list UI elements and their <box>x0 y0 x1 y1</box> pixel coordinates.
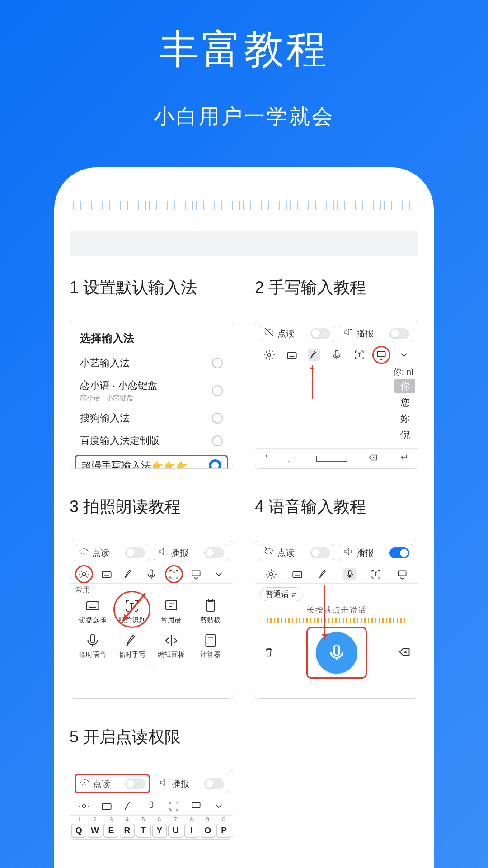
panel-more-indicator: ··· <box>70 662 233 669</box>
radio-selected-icon <box>209 459 221 469</box>
ime-option[interactable]: 小艺输入法 <box>70 352 233 374</box>
handwriting-icon[interactable] <box>122 568 135 580</box>
toggle-label: 播报 <box>357 328 374 340</box>
keyboard-icon[interactable] <box>100 800 113 812</box>
handwriting-icon[interactable] <box>317 568 330 580</box>
panel-item-label: 剪贴板 <box>200 616 221 624</box>
step-2: 2 手写输入教程 点读 播报 <box>255 277 418 469</box>
panel-item-clipboard[interactable]: 剪贴板 <box>191 598 230 624</box>
svg-rect-24 <box>192 802 200 807</box>
symbol-key[interactable]: ' <box>265 454 267 463</box>
header-placeholder <box>70 231 418 256</box>
settings-icon[interactable] <box>265 568 277 580</box>
panel-item-label: 常用语 <box>161 616 181 624</box>
ocr-icon[interactable] <box>168 568 180 580</box>
switch-icon <box>310 328 330 339</box>
key[interactable]: Q <box>71 824 86 837</box>
panel-item-photo-ocr[interactable]: 照片识别 <box>112 598 151 624</box>
microphone-icon[interactable] <box>145 800 158 812</box>
read-aloud-toggle-highlighted[interactable]: 点读 <box>75 774 150 793</box>
chevron-down-icon[interactable] <box>212 568 225 580</box>
ime-option-label: 百度输入法定制版 <box>80 434 160 448</box>
ocr-icon[interactable] <box>370 568 382 580</box>
candidate-item[interactable]: 您 <box>394 395 415 410</box>
microphone-icon[interactable] <box>343 568 356 580</box>
quick-panel-group-label: 常用 <box>70 584 233 595</box>
key[interactable]: R <box>120 824 135 837</box>
toggle-label: 播报 <box>172 778 189 790</box>
ime-option[interactable]: 百度输入法定制版 <box>70 429 233 452</box>
candidate-item[interactable]: 你 <box>394 379 415 393</box>
photo-read-card: 点读 播报 <box>70 540 233 699</box>
key[interactable]: W <box>88 824 103 837</box>
chevron-down-icon[interactable] <box>398 349 410 361</box>
panel-item-edit-panel[interactable]: 编辑面板 <box>151 632 191 659</box>
ime-option[interactable]: 搜狗输入法 <box>70 407 233 429</box>
svg-point-0 <box>268 354 271 357</box>
handwriting-area[interactable]: 你: nǐ 你 您 妳 倪 <box>255 364 418 446</box>
panel-item-calculator[interactable]: 计算器 <box>191 632 230 659</box>
read-aloud-toggle[interactable]: 点读 <box>260 325 334 342</box>
key[interactable]: I <box>184 824 199 837</box>
pointing-hand-icon: 👉 <box>176 460 188 469</box>
microphone-icon[interactable] <box>145 568 158 580</box>
broadcast-toggle[interactable]: 播报 <box>155 774 228 793</box>
settings-icon[interactable] <box>263 349 276 361</box>
key[interactable]: T <box>136 824 151 837</box>
key[interactable]: E <box>103 824 118 837</box>
ime-option-highlighted[interactable]: 超强手写输入法 👉 👉 👉 <box>75 455 228 469</box>
broadcast-toggle[interactable]: 播报 <box>154 544 228 561</box>
svg-rect-1 <box>287 353 296 359</box>
keyboard-icon[interactable] <box>286 349 298 361</box>
step-3-title: 3 拍照朗读教程 <box>70 496 233 518</box>
collapse-keyboard-icon[interactable] <box>396 568 408 580</box>
svg-rect-2 <box>335 350 338 356</box>
backspace-icon[interactable] <box>398 646 411 660</box>
svg-rect-15 <box>206 635 215 647</box>
backspace-icon[interactable] <box>368 453 378 465</box>
chevron-down-icon[interactable] <box>212 800 225 812</box>
toggle-label: 点读 <box>277 328 295 340</box>
key[interactable]: O <box>201 824 216 837</box>
delete-icon[interactable] <box>263 646 275 660</box>
handwriting-icon[interactable] <box>122 800 135 812</box>
collapse-keyboard-icon[interactable] <box>190 568 202 580</box>
key[interactable]: Y <box>152 824 167 837</box>
read-aloud-toggle[interactable]: 点读 <box>75 544 149 561</box>
collapse-keyboard-icon[interactable] <box>190 800 202 812</box>
handwriting-card: 点读 播报 <box>255 321 418 469</box>
candidate-item[interactable]: 妳 <box>394 411 415 426</box>
keyboard-icon[interactable] <box>291 568 304 580</box>
ime-option[interactable]: 恋小语 · 小恋键盘 恋小语 · 小恋键盘 <box>70 374 233 407</box>
microphone-icon[interactable] <box>330 349 343 361</box>
enter-icon[interactable] <box>398 453 408 465</box>
ocr-icon[interactable] <box>353 349 366 361</box>
keyboard-icon[interactable] <box>100 568 113 580</box>
panel-item-keyboard-select[interactable]: 键盘选择 <box>73 598 112 624</box>
read-aloud-toggle[interactable]: 点读 <box>260 544 334 561</box>
broadcast-toggle[interactable]: 播报 <box>339 325 413 342</box>
step-5: 5 开启点读权限 点读 播报 <box>70 726 418 840</box>
svg-point-16 <box>270 573 273 576</box>
eye-off-icon <box>80 777 90 790</box>
collapse-keyboard-icon[interactable] <box>375 349 388 361</box>
ocr-icon[interactable] <box>168 800 180 812</box>
symbol-key[interactable]: 。 <box>287 453 296 464</box>
ime-option-label: 搜狗输入法 <box>80 411 130 425</box>
language-pill[interactable]: 普通话 <box>260 587 303 601</box>
voice-tip: 长按或点击说话 <box>255 605 418 615</box>
panel-item-phrases[interactable]: 常用语 <box>151 598 191 624</box>
broadcast-toggle[interactable]: 播报 <box>339 544 413 561</box>
key[interactable]: P <box>216 824 231 837</box>
candidate-item[interactable]: 倪 <box>394 428 415 442</box>
settings-icon[interactable] <box>78 800 90 812</box>
space-key[interactable] <box>316 456 347 462</box>
handwriting-icon[interactable] <box>308 349 320 361</box>
panel-item-voice[interactable]: 临时语音 <box>73 632 112 659</box>
svg-rect-18 <box>348 571 351 576</box>
switch-icon <box>310 547 330 558</box>
key[interactable]: U <box>168 824 183 837</box>
panel-item-handwriting[interactable]: 临时手写 <box>112 632 151 659</box>
step-2-title: 2 手写输入教程 <box>255 277 418 299</box>
settings-icon[interactable] <box>78 568 90 580</box>
